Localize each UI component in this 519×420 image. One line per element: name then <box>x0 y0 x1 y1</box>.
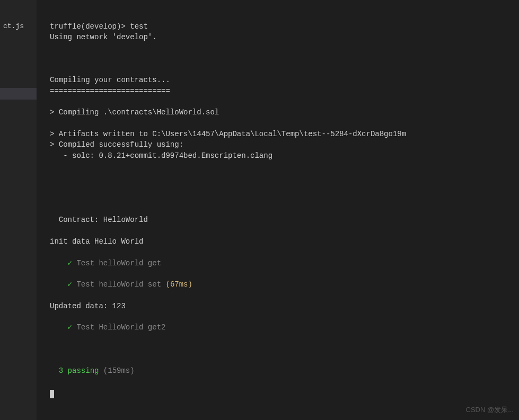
test-time: (67ms) <box>165 280 192 289</box>
blank-line <box>50 118 508 129</box>
test-result-2: ✓ Test helloWorld set (67ms) <box>50 279 508 290</box>
artifacts-line: > Artifacts written to C:\Users\14457\Ap… <box>50 129 508 139</box>
network-line: Using network 'develop'. <box>50 32 508 42</box>
blank-line <box>50 269 508 279</box>
blank-line <box>50 226 508 236</box>
blank-line <box>50 376 508 387</box>
test-result-1: ✓ Test helloWorld get <box>50 258 508 269</box>
blank-line <box>50 247 508 257</box>
command-text: test <box>130 22 148 31</box>
blank-line <box>50 344 508 354</box>
blank-line <box>50 354 508 365</box>
terminal-cursor <box>50 390 54 398</box>
test-label: Test HelloWorld get2 <box>72 323 165 332</box>
compiled-success-line: > Compiled successfully using: <box>50 139 508 150</box>
compile-file-line: > Compiling .\contracts\HelloWorld.sol <box>50 107 508 118</box>
blank-line <box>50 204 508 215</box>
blank-line <box>50 193 508 204</box>
blank-line <box>50 311 508 322</box>
blank-line <box>50 64 508 75</box>
cursor-line <box>50 387 508 399</box>
check-icon: ✓ <box>68 280 72 289</box>
solc-version-line: - solc: 0.8.21+commit.d9974bed.Emscripte… <box>50 150 508 161</box>
terminal-panel[interactable]: truffle(develop)> test Using network 'de… <box>37 0 519 420</box>
passing-count: 3 <box>59 367 63 375</box>
blank-line <box>50 182 508 193</box>
test-result-3: ✓ Test HelloWorld get2 <box>50 322 508 333</box>
blank-line <box>50 333 508 344</box>
sidebar-file-item[interactable]: ct.js <box>0 21 27 31</box>
watermark: CSDN @发呆... <box>466 405 514 415</box>
sidebar: ct.js <box>0 0 37 420</box>
test-label: Test helloWorld get <box>72 259 161 267</box>
blank-line <box>50 290 508 300</box>
compiling-separator: =========================== <box>50 86 508 96</box>
contract-header: Contract: HelloWorld <box>50 215 508 225</box>
blank-line <box>50 96 508 107</box>
passing-summary: 3 passing (159ms) <box>50 365 508 376</box>
blank-line <box>50 172 508 182</box>
sidebar-selection[interactable] <box>0 88 37 100</box>
passing-time: (159ms) <box>99 367 134 375</box>
init-data-line: init data Hello World <box>50 236 508 247</box>
passing-text: passing <box>63 367 99 375</box>
check-icon: ✓ <box>68 259 72 267</box>
prompt-line: truffle(develop)> test <box>50 21 508 32</box>
check-icon: ✓ <box>68 323 72 332</box>
updated-data-line: Updated data: 123 <box>50 301 508 311</box>
blank-line <box>50 161 508 172</box>
prompt: truffle(develop)> <box>50 22 130 31</box>
compiling-header: Compiling your contracts... <box>50 75 508 85</box>
test-label: Test helloWorld set <box>72 280 165 289</box>
blank-line <box>50 43 508 53</box>
blank-line <box>50 53 508 64</box>
